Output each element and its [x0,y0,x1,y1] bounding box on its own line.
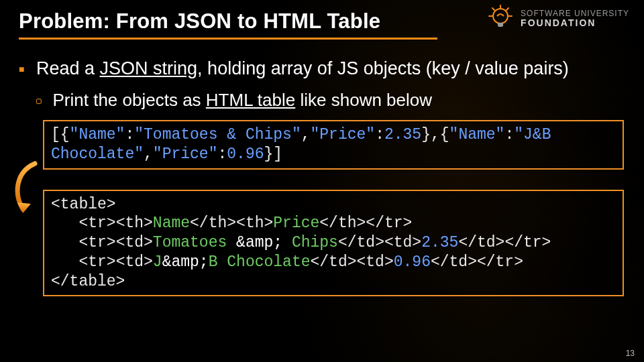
arrow-icon [8,160,48,224]
logo: SOFTWARE UNIVERSITY FOUNDATION [486,4,629,34]
underline-json-string: JSON string [100,58,198,78]
svg-point-0 [493,9,508,23]
lightbulb-icon [486,4,515,34]
logo-text: SOFTWARE UNIVERSITY FOUNDATION [521,9,629,27]
slide-title: Problem: From JSON to HTML Table [19,9,437,40]
slide: Problem: From JSON to HTML Table SOFTWAR… [0,0,644,362]
bullet-list: Read a JSON string, holding array of JS … [19,58,625,111]
json-input-box: [{"Name":"Tomatoes & Chips","Price":2.35… [43,120,624,170]
html-output-box: <table> <tr><th>Name</th><th>Price</th><… [43,190,624,297]
bullet-1a: Print the objects as HTML table like sho… [36,90,625,111]
logo-line2: FOUNDATION [521,18,629,28]
bullet-1: Read a JSON string, holding array of JS … [19,58,625,111]
underline-html-table: HTML table [206,90,295,110]
page-number: 13 [626,349,635,358]
